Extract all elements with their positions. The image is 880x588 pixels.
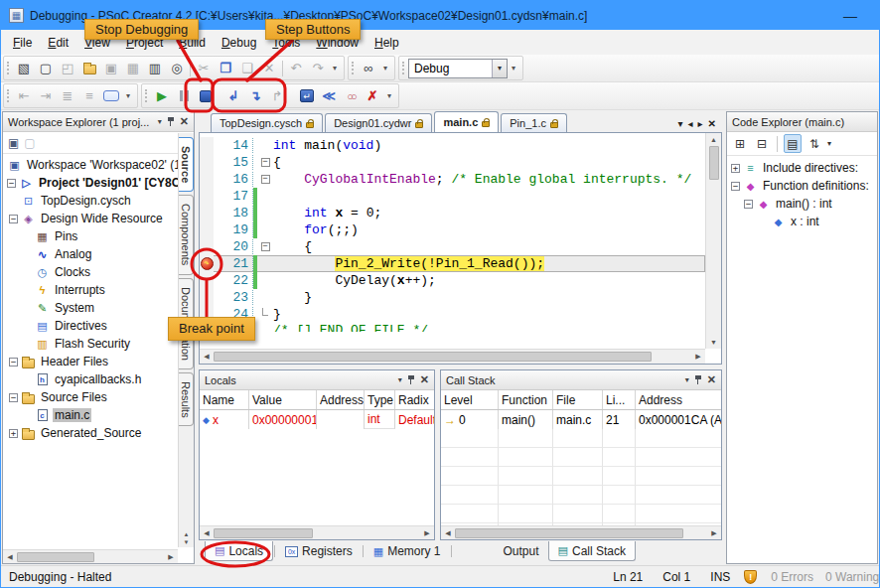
code-text[interactable]: { xyxy=(273,239,705,254)
tree-item-source-files[interactable]: − Source Files xyxy=(3,388,178,406)
code-line[interactable]: 18 int x = 0; xyxy=(200,205,705,221)
column-line[interactable]: Li... xyxy=(603,390,636,409)
menu-debug[interactable]: Debug xyxy=(214,32,264,54)
fold-toggle-icon[interactable]: − xyxy=(261,158,270,167)
pin-icon[interactable] xyxy=(406,374,416,385)
code-line[interactable]: 17 xyxy=(200,188,705,205)
collapse-tree-icon[interactable]: ⊟ xyxy=(753,134,771,153)
toolbar-overflow-button[interactable]: ▾ xyxy=(508,58,519,79)
sort-dropdown-icon[interactable]: ▾ xyxy=(827,139,831,148)
tree-item-cyapicallbacks[interactable]: h cyapicallbacks.h xyxy=(3,370,178,388)
status-errors[interactable]: 0 Errors xyxy=(771,570,813,584)
column-radix[interactable]: Radix xyxy=(395,390,434,409)
tree-item-generated-source[interactable]: + Generated_Source xyxy=(3,424,178,442)
collapse-all-icon[interactable]: ▣ xyxy=(8,136,19,150)
tree-item-flash-security[interactable]: ▥ Flash Security xyxy=(3,335,178,353)
panel-menu-icon[interactable]: ▾ xyxy=(158,117,162,126)
code-line[interactable]: 16 − CyGlobalIntEnable; /* Enable global… xyxy=(200,171,705,188)
column-value[interactable]: Value xyxy=(249,390,317,409)
group-toggle-icon[interactable]: ▤ xyxy=(784,134,802,153)
breakpoint-margin[interactable] xyxy=(200,238,214,255)
scroll-left-icon[interactable]: ◀ xyxy=(200,351,214,364)
close-icon[interactable]: ✕ xyxy=(707,373,716,386)
scrollbar-thumb[interactable] xyxy=(214,352,652,362)
status-warnings[interactable]: 0 Warnings xyxy=(825,570,879,584)
collapse-expander[interactable]: − xyxy=(731,182,740,191)
open-project-button[interactable]: ◰ xyxy=(57,58,78,79)
minimize-button[interactable]: — xyxy=(829,8,871,24)
collapse-expander[interactable]: − xyxy=(9,215,18,223)
tree-item-workspace[interactable]: ▣ Workspace 'Workspace02' (1 xyxy=(3,156,178,174)
scroll-right-icon[interactable]: ▶ xyxy=(691,351,705,364)
toolbar-overflow-button[interactable]: ▾ xyxy=(329,58,341,79)
code-text[interactable]: CyDelay(x++); xyxy=(273,273,705,288)
expand-expander[interactable]: + xyxy=(9,429,18,438)
undo-button[interactable]: ↶ xyxy=(285,58,307,79)
toggle-breakpoints-button[interactable]: ○○ xyxy=(340,85,362,107)
tree-item-clocks[interactable]: ◷ Clocks xyxy=(3,263,178,281)
fold-column[interactable]: − xyxy=(257,158,273,167)
fold-column[interactable]: − xyxy=(257,242,273,251)
call-stack-hscrollbar[interactable]: ◀ ▶ xyxy=(441,525,721,539)
paste-button[interactable]: ❑ xyxy=(236,58,258,79)
menu-build[interactable]: Build xyxy=(171,32,214,54)
fold-column[interactable]: − xyxy=(257,175,273,184)
code-text[interactable]: CyGlobalIntEnable; /* Enable global inte… xyxy=(273,172,705,187)
step-out-button[interactable]: ↱ xyxy=(266,85,288,107)
print-button[interactable]: ▥ xyxy=(144,58,166,79)
expand-all-icon[interactable]: ▢ xyxy=(24,136,35,150)
new-file-button[interactable]: ▢ xyxy=(35,58,57,79)
collapse-expander[interactable]: − xyxy=(9,358,18,367)
comment-button[interactable]: ≣ xyxy=(57,85,78,107)
scroll-right-icon[interactable]: ▶ xyxy=(164,550,178,563)
pause-button[interactable] xyxy=(173,85,195,107)
column-file[interactable]: File xyxy=(553,390,603,409)
tree-item-interrupts[interactable]: ϟ Interrupts xyxy=(3,281,178,299)
pin-icon[interactable] xyxy=(166,116,176,127)
open-file-button[interactable] xyxy=(78,58,100,79)
scroll-left-icon[interactable]: ◀ xyxy=(441,526,455,539)
scrollbar-thumb[interactable] xyxy=(709,146,719,180)
menu-project[interactable]: Project xyxy=(118,32,171,54)
breakpoint-margin[interactable] xyxy=(200,137,214,154)
break-point-icon[interactable]: ↷ xyxy=(201,257,214,270)
code-line[interactable]: 20 − { xyxy=(200,238,705,255)
collapse-expander[interactable]: − xyxy=(9,393,18,402)
fold-column[interactable] xyxy=(257,308,273,321)
code-text[interactable]: } xyxy=(273,307,705,322)
run-to-cursor-button[interactable]: ↵ xyxy=(296,85,318,107)
tab-output[interactable]: Output xyxy=(495,541,548,561)
menu-file[interactable]: File xyxy=(5,32,40,54)
workspace-hscrollbar[interactable]: ◀ ▶ xyxy=(3,549,178,563)
code-text[interactable]: { xyxy=(273,155,705,170)
scrollbar-thumb[interactable] xyxy=(455,528,683,538)
find-button[interactable]: ∞ xyxy=(358,58,379,79)
code-line[interactable]: 24 } xyxy=(200,306,705,323)
tree-item-topdesign[interactable]: ⊡ TopDesign.cysch xyxy=(3,192,178,210)
expand-tree-icon[interactable]: ⊞ xyxy=(731,134,749,153)
save-button[interactable]: ▣ xyxy=(100,58,122,79)
menu-help[interactable]: Help xyxy=(367,32,407,54)
toolbar-overflow-button[interactable]: ▾ xyxy=(383,85,395,107)
tab-memory-1[interactable]: ▦ Memory 1 xyxy=(365,541,450,561)
toolbar-overflow-button[interactable]: ▾ xyxy=(122,85,134,107)
decrease-indent-button[interactable]: ⇤ xyxy=(13,85,35,107)
breakpoint-margin[interactable] xyxy=(200,323,214,332)
collapse-expander[interactable]: − xyxy=(7,179,16,188)
breakpoint-margin[interactable] xyxy=(200,188,214,205)
find-dropdown-button[interactable]: ▾ xyxy=(379,58,391,79)
panel-menu-icon[interactable]: ▾ xyxy=(398,375,402,384)
scrollbar-thumb[interactable] xyxy=(17,552,94,562)
delete-button[interactable]: ✕ xyxy=(258,58,280,79)
side-tab-components[interactable]: Components xyxy=(179,195,194,274)
tab-topdesign[interactable]: TopDesign.cysch xyxy=(211,113,323,132)
tree-item-main-c[interactable]: c main.c xyxy=(3,406,178,424)
code-line[interactable]: 14 int main(void) xyxy=(200,137,705,154)
locals-hscrollbar[interactable]: ◀ ▶ xyxy=(200,525,434,539)
whitespace-toggle-button[interactable] xyxy=(100,85,122,107)
fold-toggle-icon[interactable]: − xyxy=(261,242,270,251)
code-line[interactable]: /* [] END OF FILE */ xyxy=(200,323,705,332)
tree-item-function-definitions[interactable]: − ◆ Function definitions: xyxy=(727,177,877,195)
increase-indent-button[interactable]: ⇥ xyxy=(35,85,57,107)
tab-pin1-c[interactable]: Pin_1.c xyxy=(501,113,567,132)
